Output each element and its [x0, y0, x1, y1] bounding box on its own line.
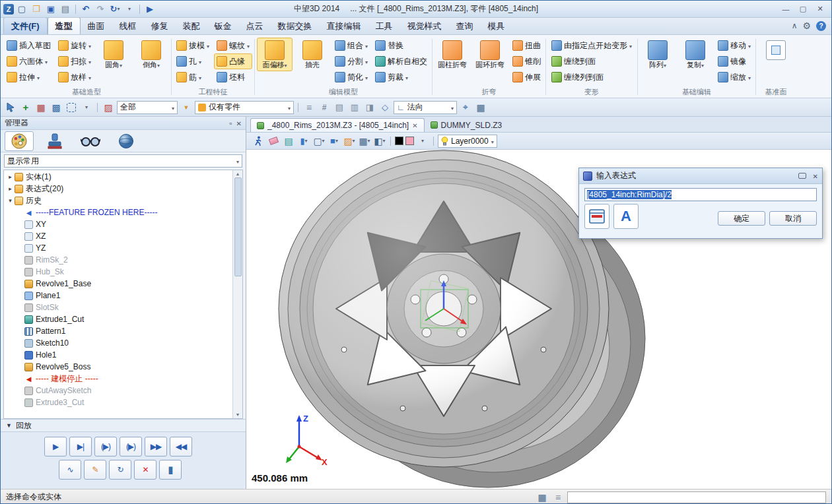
- fillet-button[interactable]: 圆角: [96, 38, 131, 71]
- solid-mode-icon[interactable]: [328, 135, 341, 148]
- display-stack-icon[interactable]: [282, 135, 295, 148]
- replay-button[interactable]: ◀◀: [170, 437, 192, 457]
- help-icon[interactable]: [816, 21, 826, 31]
- ribbon-tab[interactable]: 点云: [239, 18, 271, 34]
- manager-tab-view[interactable]: [112, 131, 141, 151]
- minimize-button[interactable]: [777, 3, 794, 15]
- pick-grid-icon[interactable]: [34, 101, 48, 114]
- background-icon[interactable]: [358, 135, 371, 148]
- undo-button[interactable]: [79, 3, 92, 16]
- tree-item[interactable]: XZ: [4, 230, 232, 242]
- replay-button[interactable]: ▶▶: [145, 437, 167, 457]
- dropdown-arrow-icon[interactable]: [88, 57, 91, 66]
- document-tab[interactable]: _4800_Rims_2013M.Z3 - [4805_14inch] ✕: [250, 118, 425, 132]
- collapse-arrow-icon[interactable]: ▼: [6, 422, 12, 429]
- maximize-button[interactable]: [794, 3, 812, 15]
- tab-close-icon[interactable]: ✕: [412, 122, 417, 129]
- section-view-icon[interactable]: [373, 135, 386, 148]
- face-offset-button[interactable]: 面偏移: [257, 38, 293, 71]
- render-mode-icon[interactable]: [343, 135, 356, 148]
- twist-button[interactable]: 扭曲: [510, 38, 543, 53]
- dropdown-arrow-icon[interactable]: [207, 41, 209, 50]
- replay-button[interactable]: ∿: [59, 460, 81, 480]
- ribbon-tab[interactable]: 直接编辑: [320, 18, 368, 34]
- dropdown-arrow-icon[interactable]: [199, 57, 201, 66]
- tree-item[interactable]: -----FEATURE FROZEN HERE-----: [4, 206, 232, 218]
- replay-button[interactable]: (▶): [120, 437, 142, 457]
- thread-button[interactable]: 螺纹: [214, 38, 252, 53]
- dropdown-arrow-icon[interactable]: [172, 103, 174, 112]
- dropdown-arrow-icon[interactable]: [88, 73, 91, 82]
- save-button[interactable]: [44, 3, 57, 16]
- close-button[interactable]: [812, 3, 829, 15]
- panel-close-icon[interactable]: [236, 119, 242, 128]
- ribbon-tab[interactable]: 工具: [368, 18, 400, 34]
- tree-item[interactable]: XY: [4, 218, 232, 230]
- ribbon-tab[interactable]: 修复: [144, 18, 176, 34]
- scale-button[interactable]: 缩放: [715, 69, 753, 85]
- tree-item[interactable]: Pattern1: [4, 325, 232, 337]
- status-list-icon[interactable]: [551, 491, 565, 504]
- dropdown-arrow-icon[interactable]: [45, 57, 48, 66]
- eraser-icon[interactable]: [267, 135, 280, 148]
- qat-customize-dropdown[interactable]: [123, 3, 136, 16]
- print-button[interactable]: [59, 3, 72, 16]
- tree-item[interactable]: RimSk_2: [4, 254, 232, 266]
- mirror-button[interactable]: 镜像: [715, 53, 753, 69]
- chamfer-button[interactable]: 倒角: [133, 38, 169, 71]
- wrap-row-to-face-button[interactable]: 缠绕列到面: [548, 69, 635, 85]
- torus-bend-button[interactable]: 圆环折弯: [472, 38, 508, 70]
- replay-button[interactable]: ✕: [134, 460, 156, 480]
- ribbon-tab[interactable]: 模具: [481, 18, 512, 34]
- revolve-button[interactable]: 旋转: [55, 38, 94, 53]
- ribbon-tab[interactable]: 钣金: [207, 18, 239, 34]
- pick-region-icon[interactable]: [363, 101, 376, 114]
- expand-arrow-icon[interactable]: ▾: [7, 197, 14, 204]
- wireframe-mode-icon[interactable]: [312, 135, 326, 148]
- display-filter-combo[interactable]: 显示常用: [4, 154, 242, 168]
- box-button[interactable]: 六面体: [4, 53, 53, 69]
- move-button[interactable]: 移动: [715, 38, 753, 53]
- tree-item[interactable]: Hole1: [4, 349, 232, 361]
- extrude-button[interactable]: 拉伸: [4, 69, 53, 85]
- shell-button[interactable]: 抽壳: [295, 38, 330, 70]
- wrap-to-face-button[interactable]: 缠绕到面: [548, 53, 635, 69]
- dropdown-arrow-icon[interactable]: [365, 73, 368, 82]
- ribbon-tab[interactable]: 视觉样式: [400, 18, 449, 34]
- expand-arrow-icon[interactable]: ▸: [7, 185, 14, 192]
- trim-button[interactable]: 剪裁: [372, 69, 430, 85]
- tree-item[interactable]: ----- 建模停止 -----: [4, 373, 232, 385]
- snap-target-icon[interactable]: [459, 101, 472, 114]
- replace-button[interactable]: 替换: [372, 38, 430, 53]
- color-dropdown[interactable]: [416, 135, 429, 148]
- ok-button[interactable]: 确定: [718, 211, 765, 226]
- face-color-swatch[interactable]: [405, 137, 414, 145]
- add-entity-icon[interactable]: [19, 101, 32, 114]
- replay-button[interactable]: (▶): [94, 437, 117, 457]
- sweep-button[interactable]: 扫掠: [55, 53, 94, 69]
- ribbon-tab[interactable]: 数据交换: [271, 18, 320, 34]
- rib-button[interactable]: 筋: [174, 69, 212, 85]
- dropdown-arrow-icon[interactable]: [748, 73, 751, 82]
- ribbon-tab[interactable]: 查询: [449, 18, 481, 34]
- tree-item[interactable]: ▸ 表达式(20): [4, 183, 232, 195]
- divide-button[interactable]: 分割: [332, 53, 370, 69]
- dropdown-arrow-icon[interactable]: [629, 41, 632, 50]
- taper-button[interactable]: 锥削: [510, 53, 543, 69]
- tree-item[interactable]: Sketch10: [4, 337, 232, 349]
- ribbon-tab[interactable]: 文件(F): [3, 17, 48, 34]
- comment-icon[interactable]: [798, 173, 806, 179]
- dropdown-arrow-icon[interactable]: [199, 73, 201, 82]
- stretch-button[interactable]: 伸展: [510, 69, 543, 85]
- scroll-down-arrow-icon[interactable]: ▼: [236, 412, 240, 417]
- snap-grid-icon[interactable]: [474, 101, 487, 114]
- hole-button[interactable]: 孔: [174, 53, 212, 69]
- pattern-button[interactable]: 阵列: [640, 38, 676, 71]
- dropdown-arrow-icon[interactable]: [451, 103, 454, 112]
- dialog-title-bar[interactable]: 输入表达式: [579, 168, 822, 184]
- tree-item[interactable]: Extrude3_Cut: [4, 396, 232, 408]
- ribbon-tab[interactable]: 线框: [112, 18, 144, 34]
- select-arrow-icon[interactable]: [4, 101, 17, 114]
- dialog-close-icon[interactable]: [813, 172, 818, 181]
- marquee-select-icon[interactable]: [67, 103, 76, 112]
